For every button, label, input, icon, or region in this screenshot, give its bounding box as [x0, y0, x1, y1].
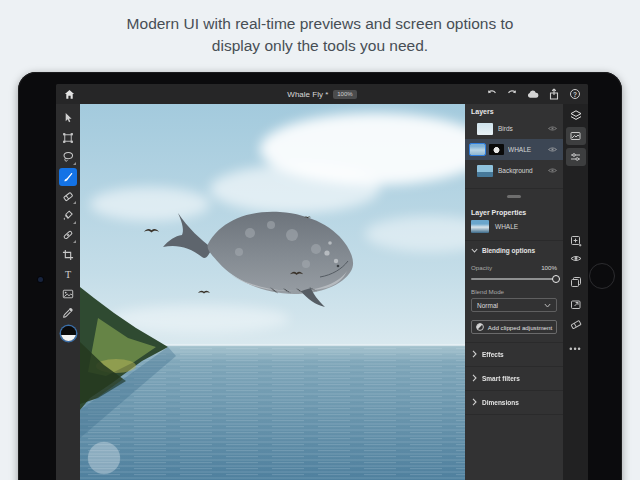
- app-screen: Whale Fly * 100%: [56, 84, 588, 480]
- transform-arrow-icon: [570, 298, 582, 310]
- crop-tool-icon: [62, 249, 74, 261]
- layer-row-birds[interactable]: Birds: [465, 118, 563, 139]
- foreground-color-puck[interactable]: [61, 326, 76, 341]
- top-bar: Whale Fly * 100%: [56, 84, 588, 104]
- home-icon: [64, 89, 75, 100]
- layer-thumbnail-view-button[interactable]: [566, 127, 586, 145]
- opacity-slider-knob[interactable]: [552, 275, 560, 283]
- transform-tool-icon: [62, 132, 74, 144]
- blend-mode-value: Normal: [477, 302, 498, 309]
- add-layer-button[interactable]: [569, 234, 582, 247]
- home-button[interactable]: [62, 87, 76, 101]
- duplicate-layer-button[interactable]: [569, 275, 582, 288]
- effects-section[interactable]: Effects: [465, 342, 563, 366]
- clip-mask-icon: [570, 319, 582, 330]
- layer-mask-thumbnail: [489, 144, 504, 155]
- lasso-tool-icon: [62, 151, 74, 163]
- fill-tool[interactable]: [59, 207, 77, 225]
- healing-tool[interactable]: [59, 226, 77, 244]
- layer-properties-toggle[interactable]: [566, 148, 586, 166]
- layer-name: Birds: [498, 125, 543, 132]
- marketing-caption: Modern UI with real-time previews and sc…: [0, 13, 640, 56]
- opacity-label: Opacity: [471, 264, 492, 271]
- panel-drag-handle[interactable]: [507, 195, 521, 198]
- blending-options-header[interactable]: Blending options: [471, 247, 535, 254]
- selected-layer-name: WHALE: [495, 223, 518, 230]
- visibility-eye-icon[interactable]: [548, 167, 557, 174]
- dimensions-label: Dimensions: [482, 399, 519, 406]
- share-icon: [549, 88, 559, 100]
- touch-shortcut-button: [88, 442, 120, 474]
- share-button[interactable]: [548, 88, 560, 100]
- clip-mask-button[interactable]: [569, 318, 582, 331]
- selected-layer-thumbnail: [471, 220, 489, 233]
- adjustment-icon: [476, 323, 484, 331]
- crop-tool[interactable]: [59, 246, 77, 264]
- layers-icon: [570, 110, 582, 121]
- layer-visibility-button[interactable]: [569, 252, 582, 265]
- transform-tool[interactable]: [59, 129, 77, 147]
- eraser-tool-icon: [62, 190, 74, 202]
- effects-label: Effects: [482, 351, 504, 358]
- layers-panel-header: Layers: [471, 108, 494, 115]
- move-tool[interactable]: [59, 109, 77, 127]
- layer-row-background[interactable]: Background: [465, 160, 563, 181]
- layer-thumbnail: [477, 165, 493, 177]
- layers-panel-toggle[interactable]: [569, 109, 582, 122]
- smart-filters-label: Smart filters: [482, 375, 520, 382]
- front-camera: [38, 277, 43, 282]
- layer-thumbnail: [470, 144, 485, 155]
- sliders-icon: [570, 152, 581, 162]
- lasso-tool[interactable]: [59, 148, 77, 166]
- help-icon: ?: [570, 89, 580, 99]
- cloud-icon: [527, 90, 539, 99]
- cloud-sync-button[interactable]: [527, 88, 539, 100]
- blend-mode-dropdown[interactable]: Normal: [471, 298, 557, 312]
- svg-text:T: T: [65, 269, 72, 280]
- document-title: Whale Fly *: [287, 90, 328, 99]
- add-clipped-adjustment-button[interactable]: Add clipped adjustment: [471, 320, 557, 334]
- layer-row-whale-selected[interactable]: WHALE: [465, 139, 563, 160]
- task-bar: •••: [563, 104, 588, 480]
- more-options-button[interactable]: •••: [569, 342, 582, 355]
- help-button[interactable]: ?: [569, 88, 581, 100]
- zoom-level-badge[interactable]: 100%: [333, 90, 356, 99]
- smart-filters-section[interactable]: Smart filters: [465, 366, 563, 390]
- caption-line-1: Modern UI with real-time previews and sc…: [0, 13, 640, 35]
- right-panel: Layers Birds WHALE Bac: [465, 104, 563, 480]
- panel-divider: [465, 414, 563, 415]
- eyedropper-tool[interactable]: [59, 304, 77, 322]
- document-canvas[interactable]: [80, 104, 465, 480]
- home-hardware-button: [589, 263, 615, 289]
- eraser-tool[interactable]: [59, 187, 77, 205]
- tool-bar: T: [56, 104, 80, 480]
- blending-options-label: Blending options: [482, 247, 535, 254]
- panel-divider: [465, 188, 563, 189]
- chevron-right-icon: [472, 350, 477, 358]
- redo-icon: [507, 89, 518, 99]
- chevron-right-icon: [472, 398, 477, 406]
- undo-button[interactable]: [485, 88, 497, 100]
- visibility-eye-icon[interactable]: [548, 146, 557, 153]
- healing-tool-icon: [62, 229, 74, 241]
- add-clipped-adjustment-label: Add clipped adjustment: [488, 324, 552, 331]
- brush-tool-icon: [62, 171, 74, 183]
- eyedropper-icon: [62, 307, 74, 319]
- type-tool[interactable]: T: [59, 265, 77, 283]
- place-image-icon: [62, 288, 74, 300]
- chevron-down-icon: [471, 248, 478, 253]
- eye-icon: [570, 254, 582, 263]
- visibility-eye-icon[interactable]: [548, 125, 557, 132]
- panel-divider: [465, 240, 563, 241]
- brush-tool[interactable]: [59, 168, 77, 186]
- place-image-tool[interactable]: [59, 285, 77, 303]
- opacity-slider[interactable]: [471, 278, 557, 280]
- transform-layer-button[interactable]: [569, 297, 582, 310]
- chevron-right-icon: [472, 374, 477, 382]
- layer-thumbnail-view-icon: [570, 131, 581, 141]
- blend-mode-label: Blend Mode: [471, 288, 504, 295]
- dimensions-section[interactable]: Dimensions: [465, 390, 563, 414]
- redo-button[interactable]: [506, 88, 518, 100]
- layer-properties-header: Layer Properties: [471, 209, 526, 216]
- move-tool-icon: [62, 112, 74, 124]
